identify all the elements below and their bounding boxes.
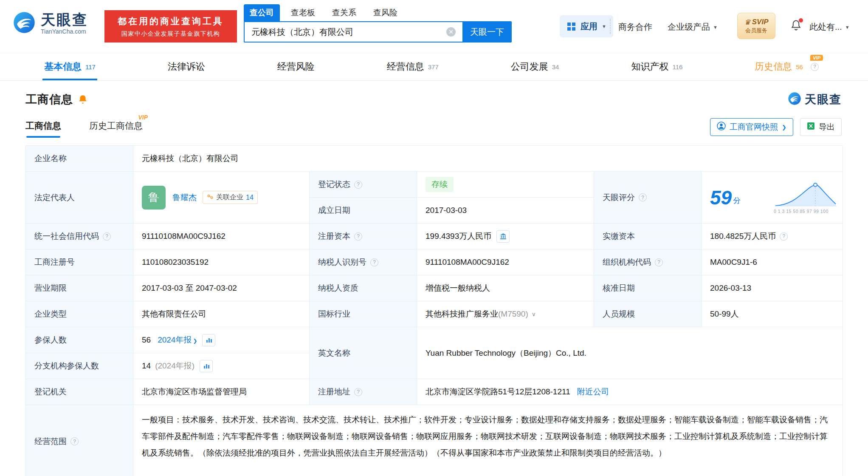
help-icon[interactable]: ? xyxy=(103,232,111,241)
notifications-bell-icon[interactable] xyxy=(791,20,801,33)
paid-capital-label: 实缴资本 xyxy=(594,224,702,249)
value-text: 14 xyxy=(142,361,151,371)
tab-operating-info[interactable]: 经营信息 377 xyxy=(387,53,439,80)
search-input[interactable] xyxy=(244,21,462,42)
user-menu[interactable]: 此处有... ▼ xyxy=(809,21,850,33)
tab-legal-proceedings[interactable]: 法律诉讼 xyxy=(168,53,205,80)
status-badge: 存续 xyxy=(426,177,454,192)
chevron-down-icon[interactable]: ∨ xyxy=(532,311,536,317)
legal-rep-name-link[interactable]: 鲁耀杰 xyxy=(172,192,197,203)
section-brand-logo: 天眼查 xyxy=(788,92,842,107)
nearby-companies-link[interactable]: 附近公司 xyxy=(577,386,609,397)
reg-authority-label: 登记机关 xyxy=(26,379,133,405)
help-icon[interactable]: ? xyxy=(354,181,362,189)
export-button[interactable]: 导出 xyxy=(800,118,842,136)
approval-date-label: 核准日期 xyxy=(594,275,702,301)
reg-status-value: 存续 xyxy=(417,172,594,198)
branch-insured-label: 分支机构参保人数 xyxy=(26,353,133,379)
tab-count: 116 xyxy=(672,63,682,71)
score-label: 天眼评分 ? xyxy=(594,172,702,224)
search-tab-relation[interactable]: 查关系 xyxy=(326,4,362,21)
company-nav-tabs: 基本信息 117 法律诉讼 经营风险 经营信息 377 公司发展 34 知识产权… xyxy=(0,53,868,81)
search-tab-company[interactable]: 查公司 xyxy=(244,4,280,21)
help-icon[interactable]: ? xyxy=(354,388,362,396)
company-name-label: 企业名称 xyxy=(26,146,133,172)
annual-report-link[interactable]: 2024年报❯ xyxy=(158,334,197,346)
search-tab-risk[interactable]: 查风险 xyxy=(367,4,403,21)
export-button-label: 导出 xyxy=(819,122,835,133)
tab-label: 知识产权 xyxy=(631,60,668,73)
tab-count: 34 xyxy=(552,63,559,71)
reg-number-label: 工商注册号 xyxy=(26,249,133,275)
tab-history-info[interactable]: 历史信息 56 ? VIP xyxy=(755,53,819,80)
section-title: 工商信息 xyxy=(25,92,73,107)
chevron-down-icon: ▼ xyxy=(845,25,850,30)
related-companies-count: 14 xyxy=(246,194,254,201)
value-text: 其他科技推广服务业 xyxy=(426,309,498,320)
clear-search-icon[interactable]: ✕ xyxy=(446,27,456,37)
branch-insured-chart-icon[interactable] xyxy=(200,360,213,372)
help-icon[interactable]: ? xyxy=(639,193,647,201)
label-text: 天眼评分 xyxy=(603,192,635,203)
svip-member-button[interactable]: ♛SVIP 会员服务 xyxy=(737,13,775,39)
reg-capital-value: 199.4393万人民币 xyxy=(417,224,594,249)
business-coop-link[interactable]: 商务合作 xyxy=(618,21,652,33)
reg-address-value: 北京市海淀区学院路51号12层1208-1211 附近公司 xyxy=(417,379,843,405)
apps-menu[interactable]: 应用 ▼ xyxy=(560,15,613,37)
capital-bank-icon[interactable] xyxy=(496,230,510,243)
score-chart: 0 1 3 15 50 85 97 99 100 xyxy=(774,181,837,214)
help-icon[interactable]: ? xyxy=(780,232,788,241)
tab-intellectual-property[interactable]: 知识产权 116 xyxy=(631,53,682,80)
insured-chart-icon[interactable] xyxy=(202,334,215,346)
label-text: 登记状态 xyxy=(318,179,350,190)
english-name-value: Yuan Rubber Technology（Beijing）Co., Ltd. xyxy=(417,327,843,379)
industry-code: (M7590) xyxy=(498,309,528,319)
user-menu-label: 此处有... xyxy=(809,21,842,33)
site-logo[interactable]: 天眼查 TianYanCha.com xyxy=(13,11,88,36)
taxpayer-quality-value: 增值税一般纳税人 xyxy=(417,275,594,301)
approval-date-value: 2026-03-13 xyxy=(702,275,843,301)
tab-label: 经营信息 xyxy=(387,60,424,73)
search-button[interactable]: 天眼一下 xyxy=(462,21,512,42)
business-scope-label: 经营范围 ? xyxy=(26,405,133,476)
industry-value: 其他科技推广服务业 (M7590) ∨ xyxy=(417,301,594,327)
search-tab-boss[interactable]: 查老板 xyxy=(285,4,321,21)
tianyancha-logo-icon xyxy=(788,92,801,107)
staff-size-label: 人员规模 xyxy=(594,301,702,327)
company-type-label: 企业类型 xyxy=(26,301,133,327)
help-icon[interactable]: ? xyxy=(354,232,362,241)
apps-grid-icon xyxy=(567,23,571,26)
subtab-history-business-info[interactable]: 历史工商信息 VIP xyxy=(89,120,143,138)
taxpayer-id-value: 91110108MA00C9J162 xyxy=(417,249,594,275)
company-name-value: 元橡科技（北京）有限公司 xyxy=(133,146,843,172)
tab-basic-info[interactable]: 基本信息 117 xyxy=(44,53,96,80)
subscribe-bell-icon[interactable] xyxy=(78,94,87,105)
tab-label: 历史信息 xyxy=(755,60,792,73)
legal-rep-label: 法定代表人 xyxy=(26,172,133,224)
help-icon[interactable]: ? xyxy=(70,437,79,445)
establish-date-label: 成立日期 xyxy=(310,198,417,224)
label-text: 组织机构代码 xyxy=(603,257,651,268)
score-number: 59 xyxy=(710,186,732,209)
legal-rep-value: 鲁 鲁耀杰 关联企业 14 xyxy=(133,172,310,224)
snapshot-button-label: 工商官网快照 xyxy=(730,122,778,133)
business-scope-value: 一般项目：技术服务、技术开发、技术咨询、技术交流、技术转让、技术推广；软件开发；… xyxy=(133,405,843,476)
tab-company-development[interactable]: 公司发展 34 xyxy=(511,53,559,80)
related-companies-tag[interactable]: 关联企业 14 xyxy=(203,191,258,204)
company-type-value: 其他有限责任公司 xyxy=(133,301,310,327)
relation-link-icon xyxy=(207,194,214,201)
tab-operating-risk[interactable]: 经营风险 xyxy=(277,53,315,80)
credit-code-value: 91110108MA00C9J162 xyxy=(133,224,310,249)
staff-size-value: 50-99人 xyxy=(702,301,843,327)
help-icon[interactable]: ? xyxy=(811,63,819,71)
help-icon[interactable]: ? xyxy=(370,258,378,266)
tab-count: 56 xyxy=(796,63,803,71)
org-code-value: MA00C9J1-6 xyxy=(702,249,843,275)
crown-icon: ♛ xyxy=(744,18,751,27)
subtab-business-info[interactable]: 工商信息 xyxy=(25,120,61,138)
official-snapshot-button[interactable]: 工商官网快照 ❯ xyxy=(710,118,793,136)
insured-label: 参保人数 xyxy=(26,327,133,353)
enterprise-product-link[interactable]: 企业级产品 ▼ xyxy=(668,21,718,33)
tianyancha-logo-icon xyxy=(13,11,36,36)
help-icon[interactable]: ? xyxy=(655,258,663,266)
